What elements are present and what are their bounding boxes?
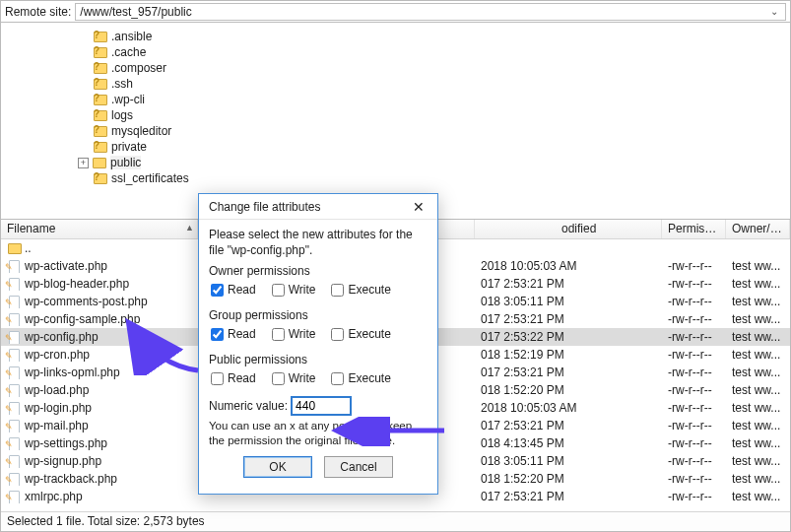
tree-item[interactable]: private — [1, 139, 790, 155]
tree-item-label: ssl_certificates — [111, 171, 189, 185]
file-icon — [7, 436, 21, 450]
owner-execute-checkbox[interactable]: Execute — [331, 283, 390, 297]
col-modified-label: odified — [561, 222, 596, 235]
file-name: wp-signup.php — [25, 454, 101, 468]
file-permissions: -rw-r--r-- — [662, 472, 726, 486]
file-name: wp-config.php — [25, 330, 99, 344]
col-owner-label: Owner/G... — [732, 222, 789, 235]
owner-read-checkbox[interactable]: Read — [211, 283, 256, 297]
file-modified: 018 3:05:11 PM — [475, 454, 662, 468]
tree-item[interactable]: .cache — [1, 44, 790, 60]
ok-button[interactable]: OK — [243, 456, 312, 478]
group-execute-checkbox[interactable]: Execute — [331, 327, 390, 341]
col-permissions[interactable]: Permissi... — [662, 220, 726, 238]
file-name: wp-blog-header.php — [25, 277, 129, 291]
file-permissions: -rw-r--r-- — [662, 401, 726, 415]
file-name: wp-activate.php — [25, 259, 107, 273]
file-permissions: -rw-r--r-- — [662, 330, 726, 344]
file-modified: 017 2:53:21 PM — [475, 419, 662, 432]
up-folder-icon — [7, 241, 21, 255]
col-permissions-label: Permissi... — [668, 222, 723, 235]
col-modified[interactable]: odified — [475, 220, 662, 238]
numeric-value-input[interactable] — [292, 397, 351, 415]
file-permissions: -rw-r--r-- — [662, 383, 726, 397]
expand-icon[interactable]: + — [78, 158, 89, 168]
cancel-button[interactable]: Cancel — [324, 456, 393, 478]
file-permissions: -rw-r--r-- — [662, 348, 726, 362]
file-owner: test ww... — [726, 312, 790, 326]
file-icon — [7, 366, 21, 379]
col-owner[interactable]: Owner/G... — [726, 220, 790, 238]
file-icon — [7, 472, 21, 486]
tree-item[interactable]: ssl_certificates — [1, 170, 790, 186]
public-execute-checkbox[interactable]: Execute — [331, 371, 390, 385]
chevron-down-icon[interactable]: ⌄ — [767, 5, 781, 19]
file-permissions: -rw-r--r-- — [662, 490, 726, 503]
owner-write-checkbox[interactable]: Write — [272, 283, 316, 297]
status-bar: Selected 1 file. Total size: 2,573 bytes — [1, 511, 790, 531]
file-permissions: -rw-r--r-- — [662, 295, 726, 308]
file-icon — [7, 312, 21, 326]
remote-directory-tree[interactable]: .ansible.cache.composer.ssh.wp-clilogsmy… — [1, 23, 790, 220]
file-owner: test ww... — [726, 454, 790, 468]
file-name: wp-login.php — [25, 401, 92, 415]
file-owner: test ww... — [726, 490, 790, 503]
file-owner: test ww... — [726, 383, 790, 397]
dialog-foot-note: You can use an x at any position to keep… — [209, 419, 428, 448]
public-permissions-group: Public permissions Read Write Execute — [209, 353, 428, 391]
file-icon — [7, 383, 21, 397]
tree-item[interactable]: .ssh — [1, 76, 790, 92]
file-owner: test ww... — [726, 330, 790, 344]
owner-permissions-title: Owner permissions — [209, 264, 428, 278]
remote-site-label: Remote site: — [5, 5, 71, 19]
folder-icon — [93, 156, 106, 169]
file-owner: test ww... — [726, 366, 790, 379]
file-modified: 017 2:53:22 PM — [475, 330, 662, 344]
dialog-title: Change file attributes — [209, 200, 320, 214]
folder-icon — [94, 124, 107, 138]
file-owner: test ww... — [726, 436, 790, 450]
file-modified: 018 3:05:11 PM — [475, 295, 662, 308]
file-owner: test ww... — [726, 277, 790, 291]
tree-item[interactable]: .composer — [1, 60, 790, 76]
group-read-checkbox[interactable]: Read — [211, 327, 256, 341]
file-icon — [7, 401, 21, 415]
tree-item[interactable]: logs — [1, 107, 790, 123]
remote-path-input[interactable]: /www/test_957/public ⌄ — [75, 3, 786, 21]
tree-item[interactable]: .ansible — [1, 29, 790, 44]
public-read-checkbox[interactable]: Read — [211, 371, 256, 385]
tree-item[interactable]: +public — [1, 155, 790, 170]
public-write-checkbox[interactable]: Write — [272, 371, 316, 385]
file-name: wp-load.php — [25, 383, 89, 397]
file-permissions: -rw-r--r-- — [662, 277, 726, 291]
folder-icon — [94, 108, 107, 122]
folder-icon — [94, 171, 107, 185]
file-modified: 018 1:52:20 PM — [475, 383, 662, 397]
tree-item[interactable]: mysqleditor — [1, 123, 790, 139]
tree-item-label: .ssh — [111, 77, 133, 91]
sort-arrow-icon: ▲ — [185, 223, 194, 233]
file-name: wp-cron.php — [25, 348, 90, 362]
dialog-titlebar[interactable]: Change file attributes ✕ — [199, 194, 437, 220]
tree-item-label: .cache — [111, 45, 146, 59]
file-modified: 017 2:53:21 PM — [475, 277, 662, 291]
file-owner: test ww... — [726, 472, 790, 486]
file-icon — [7, 295, 21, 308]
file-name: xmlrpc.php — [25, 490, 83, 503]
file-owner: test ww... — [726, 419, 790, 432]
remote-path-value: /www/test_957/public — [80, 5, 191, 19]
file-permissions: -rw-r--r-- — [662, 454, 726, 468]
group-permissions-title: Group permissions — [209, 308, 428, 322]
group-write-checkbox[interactable]: Write — [272, 327, 316, 341]
file-modified: 018 1:52:19 PM — [475, 348, 662, 362]
change-file-attributes-dialog: Change file attributes ✕ Please select t… — [198, 193, 438, 495]
file-permissions: -rw-r--r-- — [662, 419, 726, 432]
col-filename[interactable]: Filename ▲ — [1, 220, 198, 238]
file-icon — [7, 419, 21, 432]
tree-item-label: .ansible — [111, 30, 152, 43]
close-icon[interactable]: ✕ — [408, 196, 429, 218]
folder-icon — [94, 61, 107, 75]
public-permissions-title: Public permissions — [209, 353, 428, 366]
tree-item[interactable]: .wp-cli — [1, 92, 790, 107]
file-name: wp-trackback.php — [25, 472, 117, 486]
